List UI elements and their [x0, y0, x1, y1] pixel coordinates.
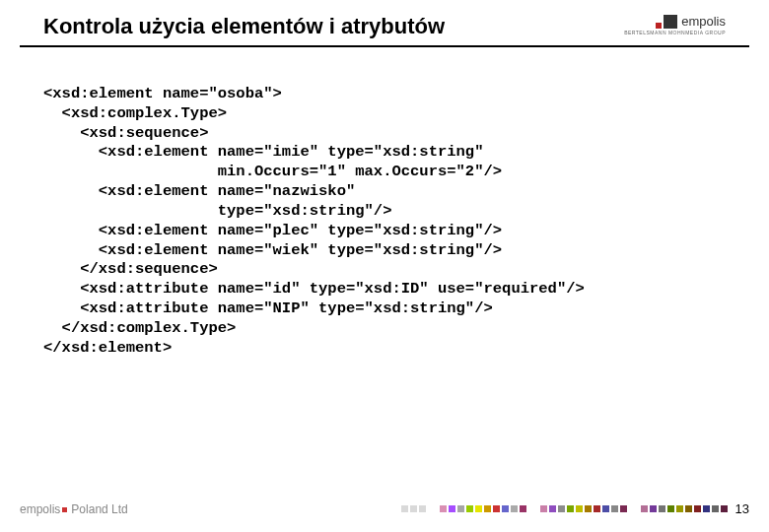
color-square-icon: [641, 505, 648, 512]
code-line: <xsd:element name="wiek" type="xsd:strin…: [43, 241, 502, 259]
page-number: 13: [735, 501, 749, 516]
code-block: <xsd:element name="osoba"> <xsd:complex.…: [43, 85, 730, 359]
code-line: </xsd:sequence>: [43, 260, 218, 278]
color-square-icon: [585, 505, 592, 512]
color-square-icon: [594, 505, 600, 512]
color-square-icon: [475, 505, 482, 512]
code-line: <xsd:element name="osoba">: [43, 85, 282, 102]
content-area: <xsd:element name="osoba"> <xsd:complex.…: [0, 47, 769, 359]
color-square-icon: [502, 505, 509, 512]
footer: empolis Poland Ltd 13: [20, 501, 749, 516]
code-line: </xsd:element>: [43, 339, 172, 357]
code-line: type="xsd:string"/>: [43, 202, 391, 220]
code-line: <xsd:element name="imie" type="xsd:strin…: [43, 143, 483, 161]
color-square-icon: [721, 505, 728, 512]
logo-square-large-icon: [664, 15, 677, 29]
color-square-icon: [549, 505, 556, 512]
footer-brand-name: empolis: [20, 502, 60, 516]
brand-subtitle: BERTELSMANN MOHNMEDIA GROUP: [624, 30, 726, 35]
brand-logo: empolis BERTELSMANN MOHNMEDIA GROUP: [624, 14, 726, 35]
decorative-squares: [401, 505, 728, 512]
color-square-icon: [685, 505, 692, 512]
code-line: <xsd:complex.Type>: [43, 104, 227, 122]
color-square-icon: [511, 505, 518, 512]
footer-brand-sub: Poland Ltd: [71, 502, 127, 516]
code-line: </xsd:complex.Type>: [43, 319, 236, 337]
color-square-icon: [712, 505, 719, 512]
header: Kontrola użycia elementów i atrybutów em…: [20, 0, 749, 47]
color-square-icon: [694, 505, 701, 512]
color-square-icon: [440, 505, 447, 512]
color-square-icon: [659, 505, 665, 512]
code-line: <xsd:attribute name="NIP" type="xsd:stri…: [43, 299, 493, 317]
color-square-icon: [703, 505, 710, 512]
color-square-icon: [620, 505, 627, 512]
brand-name: empolis: [681, 14, 726, 29]
color-square-icon: [602, 505, 609, 512]
color-square-icon: [410, 505, 417, 512]
color-square-icon: [611, 505, 618, 512]
code-line: min.Occurs="1" max.Occurs="2"/>: [43, 163, 502, 180]
color-square-icon: [650, 505, 657, 512]
page-title: Kontrola użycia elementów i atrybutów: [43, 14, 445, 39]
color-square-icon: [401, 505, 408, 512]
color-square-icon: [466, 505, 473, 512]
code-line: <xsd:attribute name="id" type="xsd:ID" u…: [43, 280, 585, 298]
color-square-icon: [576, 505, 583, 512]
code-line: <xsd:sequence>: [43, 124, 208, 142]
footer-square-icon: [62, 507, 67, 512]
color-square-icon: [484, 505, 491, 512]
color-square-icon: [419, 505, 426, 512]
logo-square-small-icon: [656, 23, 662, 29]
color-square-icon: [676, 505, 683, 512]
color-square-icon: [493, 505, 500, 512]
footer-brand: empolis Poland Ltd: [20, 502, 128, 516]
color-square-icon: [558, 505, 565, 512]
color-square-icon: [457, 505, 464, 512]
color-square-icon: [520, 505, 526, 512]
color-square-icon: [567, 505, 574, 512]
code-line: <xsd:element name="plec" type="xsd:strin…: [43, 222, 502, 239]
color-square-icon: [449, 505, 455, 512]
color-square-icon: [667, 505, 674, 512]
code-line: <xsd:element name="nazwisko": [43, 182, 355, 200]
color-square-icon: [540, 505, 547, 512]
